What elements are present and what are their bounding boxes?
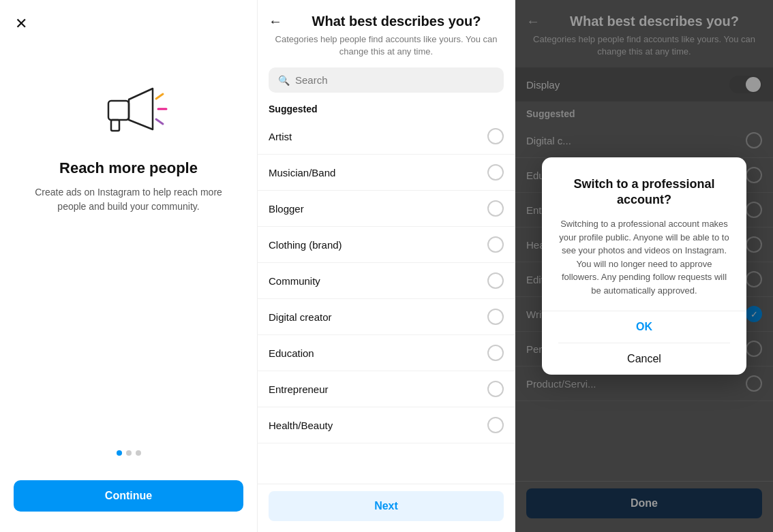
svg-rect-0 bbox=[108, 101, 129, 120]
radio-circle[interactable] bbox=[487, 345, 504, 361]
panel2-footer: Next bbox=[258, 484, 515, 532]
modal-title: Switch to a professional account? bbox=[558, 176, 730, 208]
list-item[interactable]: Health/Beauty bbox=[258, 407, 515, 443]
list-item[interactable]: Clothing (brand) bbox=[258, 227, 515, 263]
panel-category-select-with-modal: ← What best describes you? Categories he… bbox=[515, 0, 773, 532]
panel2-title: What best describes you? bbox=[289, 14, 504, 29]
panel2-header: ← What best describes you? bbox=[258, 0, 515, 29]
list-item[interactable]: Community bbox=[258, 263, 515, 299]
next-button[interactable]: Next bbox=[269, 491, 504, 521]
panel-reach-more: ✕ Reach more people Create ads on Instag… bbox=[0, 0, 258, 532]
svg-line-2 bbox=[156, 94, 163, 99]
panel1-content: Reach more people Create ads on Instagra… bbox=[33, 75, 224, 450]
modal-overlay: Switch to a professional account? Switch… bbox=[515, 0, 773, 532]
back-arrow-icon[interactable]: ← bbox=[269, 14, 282, 29]
reach-more-title: Reach more people bbox=[59, 159, 198, 177]
search-input[interactable] bbox=[295, 74, 494, 86]
panel2-subtitle: Categories help people find accounts lik… bbox=[271, 33, 501, 58]
search-box[interactable]: 🔍 bbox=[269, 67, 504, 93]
radio-circle[interactable] bbox=[487, 309, 504, 325]
list-item[interactable]: Musician/Band bbox=[258, 155, 515, 191]
list-item[interactable]: Blogger bbox=[258, 191, 515, 227]
modal-ok-button[interactable]: OK bbox=[558, 311, 730, 343]
modal-cancel-button[interactable]: Cancel bbox=[558, 343, 730, 375]
switch-account-modal: Switch to a professional account? Switch… bbox=[542, 157, 746, 375]
svg-rect-1 bbox=[111, 120, 119, 131]
radio-circle[interactable] bbox=[487, 417, 504, 433]
search-icon: 🔍 bbox=[278, 75, 290, 86]
category-list: Artist Musician/Band Blogger Clothing (b… bbox=[258, 119, 515, 484]
list-item[interactable]: Entrepreneur bbox=[258, 371, 515, 407]
radio-circle[interactable] bbox=[487, 272, 504, 289]
megaphone-illustration bbox=[88, 75, 170, 143]
dot-3 bbox=[136, 450, 141, 456]
list-item[interactable]: Artist bbox=[258, 119, 515, 155]
progress-dots bbox=[117, 450, 141, 456]
dot-2 bbox=[126, 450, 132, 456]
radio-circle[interactable] bbox=[487, 381, 504, 397]
reach-more-desc: Create ads on Instagram to help reach mo… bbox=[33, 185, 224, 214]
modal-body: Switching to a professional account make… bbox=[558, 217, 730, 297]
panel-category-select: ← What best describes you? Categories he… bbox=[258, 0, 515, 532]
svg-line-4 bbox=[156, 119, 163, 124]
radio-circle[interactable] bbox=[487, 164, 504, 181]
list-item[interactable]: Education bbox=[258, 335, 515, 371]
list-item[interactable]: Digital creator bbox=[258, 299, 515, 335]
radio-circle[interactable] bbox=[487, 236, 504, 253]
continue-button[interactable]: Continue bbox=[14, 480, 243, 512]
radio-circle[interactable] bbox=[487, 128, 504, 144]
suggested-label: Suggested bbox=[258, 101, 515, 119]
radio-circle[interactable] bbox=[487, 200, 504, 217]
dot-1 bbox=[117, 450, 122, 456]
close-icon[interactable]: ✕ bbox=[15, 15, 27, 33]
